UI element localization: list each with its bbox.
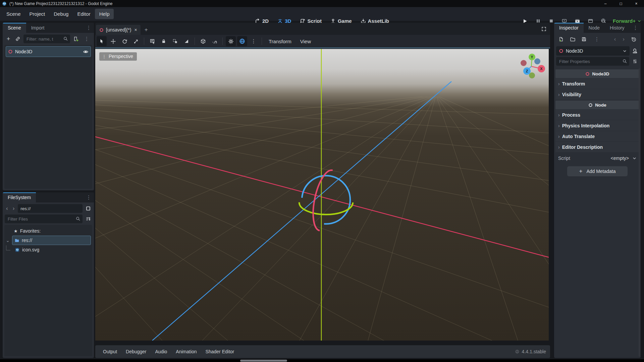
godot-editor-window: (*) New Game Project1231232121321312 - G… [0,0,644,362]
menu-scene[interactable]: Scene [2,9,25,19]
preview-environment-button[interactable] [237,36,247,46]
node-selector[interactable]: Node3D [556,46,630,56]
panel-shader-editor[interactable]: Shader Editor [202,347,238,356]
open-docs-button[interactable] [631,47,639,55]
menu-editor[interactable]: Editor [73,9,95,19]
favorites-row[interactable]: ★ Favorites: [4,226,92,236]
filesystem-filter-input[interactable] [5,215,83,223]
doc-search-icon [632,48,638,54]
chevron-right-icon: › [558,144,560,150]
add-node-button[interactable]: + [5,35,12,43]
tab-node[interactable]: Node [584,23,605,33]
move-mode-button[interactable] [108,36,118,46]
lock-selected-button[interactable] [159,36,169,46]
perspective-button[interactable]: ⋮ Perspective [99,52,137,61]
filesystem-filter [5,215,83,223]
tree-expand-arrow[interactable]: ⌄ [6,238,10,243]
nav-back-button[interactable]: ‹ [5,205,9,212]
viewport-3d[interactable]: Y X Z ⋮ Perspective [95,49,549,341]
menu-debug[interactable]: Debug [49,9,73,19]
group-transform[interactable]: › Transform [555,78,639,89]
tab-import[interactable]: Import [26,23,50,33]
file-icon-svg-row[interactable]: icon.svg [4,245,92,254]
close-scene-tab-button[interactable]: × [133,27,137,33]
new-resource-icon [558,37,564,42]
scene-tree-menu-button[interactable]: ⋮ [82,36,92,42]
distraction-free-button[interactable] [538,26,550,32]
inspector-toolbar: ⋮ ‹ › [554,33,641,46]
tree-branch [6,245,10,250]
view-menu[interactable]: View [297,37,315,46]
menu-help[interactable]: Help [95,9,114,19]
maximize-button[interactable]: □ [613,0,629,7]
preview-options-button[interactable]: ⋮ [249,36,259,46]
inspector-filter-input[interactable] [556,57,629,66]
tab-inspector[interactable]: Inspector [554,23,584,33]
panel-audio[interactable]: Audio [152,347,171,356]
sun-icon [228,39,234,44]
menu-project[interactable]: Project [25,9,50,19]
visibility-toggle-button[interactable] [83,49,89,55]
file-sort-button[interactable] [85,215,92,223]
attach-script-button[interactable] [72,35,79,43]
panel-output[interactable]: Output [99,347,121,356]
object-history-button[interactable] [630,35,637,44]
tree-node-node3d[interactable]: Node3D [6,46,91,57]
new-resource-button[interactable] [557,35,565,44]
group-visibility[interactable]: › Visibility [555,89,639,100]
script-property-row[interactable]: Script <empty> [555,152,639,164]
godot-logo-icon [2,1,7,6]
toggle-split-mode-button[interactable] [85,204,92,213]
load-resource-button[interactable] [569,35,576,44]
axis-label-y: Y [531,55,533,59]
group-process[interactable]: › Process [555,110,639,120]
select-arrow-icon [99,39,104,44]
minimize-button[interactable]: – [598,0,613,7]
filesystem-dock-menu-button[interactable]: ⋮ [84,192,94,202]
move-icon [110,39,116,44]
add-scene-tab-button[interactable]: + [141,25,152,35]
scene-tab-unsaved[interactable]: [unsaved](*) × [96,25,141,35]
instance-scene-button[interactable] [14,35,21,43]
save-resource-button[interactable] [580,35,588,44]
select-mode-button[interactable] [97,36,107,46]
toolbar-separator [144,38,144,45]
inspector-scrollbar[interactable] [639,68,640,357]
history-forward-button[interactable]: › [621,36,626,43]
panel-debugger[interactable]: Debugger [122,347,150,356]
file-label: icon.svg [22,247,39,252]
transform-menu[interactable]: Transform [265,37,295,46]
group-auto-translate[interactable]: › Auto Translate [555,131,639,141]
close-button[interactable]: × [629,0,644,7]
ruler-mode-button[interactable] [181,36,192,46]
panel-animation[interactable]: Animation [172,347,200,356]
scale-icon [133,39,139,44]
perspective-label: Perspective [109,54,133,59]
chevron-down-icon [637,19,641,23]
resource-options-button[interactable]: ⋮ [592,36,602,42]
local-space-button[interactable] [209,36,219,46]
tab-history[interactable]: History [605,23,630,33]
scale-mode-button[interactable] [131,36,141,46]
viewport-menu-dots: ⋮ [102,54,106,59]
tab-filesystem[interactable]: FileSystem [3,192,36,202]
property-tools-button[interactable] [631,57,639,66]
nav-forward-button[interactable]: › [11,205,16,212]
scene-dock-menu-button[interactable]: ⋮ [84,23,94,33]
inspector-dock-menu-button[interactable]: ⋮ [630,23,641,33]
group-editor-description[interactable]: › Editor Description [555,142,639,152]
group-physics-interpolation[interactable]: › Physics Interpolation [555,120,639,131]
add-metadata-button[interactable]: + Add Metadata [567,166,628,176]
rotate-mode-button[interactable] [119,36,129,46]
group-selected-button[interactable] [170,36,180,46]
folder-res-item[interactable]: res:// [12,236,91,245]
inspector-dock: Inspector Node History ⋮ ⋮ ‹ › [554,23,641,358]
preview-sun-button[interactable] [226,36,236,46]
tab-scene[interactable]: Scene [3,23,26,33]
resource-path-field[interactable] [18,204,83,213]
snap-toggle-button[interactable] [198,36,208,46]
filesystem-nav: ‹ › [3,202,94,215]
list-select-button[interactable] [147,36,157,46]
category-node: Node [555,101,639,109]
history-back-button[interactable]: ‹ [613,36,618,43]
